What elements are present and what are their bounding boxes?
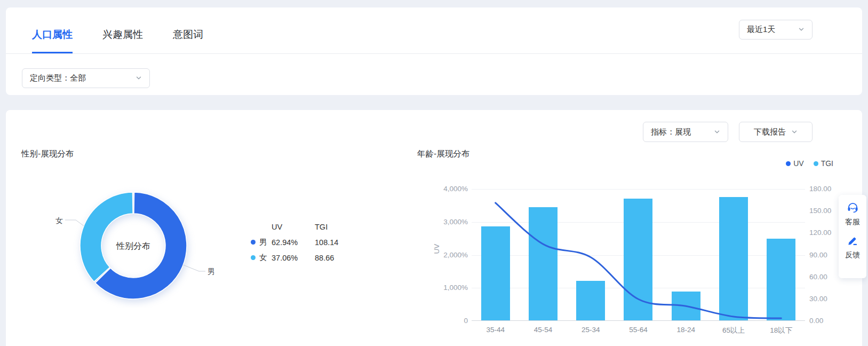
gender-table-row: 女37.06%88.66 bbox=[251, 250, 358, 265]
x-axis-label: 35-44 bbox=[473, 326, 518, 334]
donut-slice-女 bbox=[80, 192, 133, 282]
tabs-divider bbox=[6, 53, 862, 54]
gender-donut-chart: 男女性别分布 bbox=[38, 174, 230, 308]
gender-name-label: 男 bbox=[259, 237, 267, 247]
tab-1[interactable]: 人口属性 bbox=[32, 28, 73, 53]
chevron-down-icon bbox=[798, 25, 805, 34]
gender-name-label: 女 bbox=[259, 253, 267, 263]
gender-row-name: 男 bbox=[251, 237, 272, 247]
gender-row-name: 女 bbox=[251, 253, 272, 263]
download-report-label: 下载报告 bbox=[754, 127, 786, 137]
targeting-type-select[interactable]: 定向类型：全部 bbox=[22, 68, 150, 88]
age-legend-item-tgi[interactable]: TGI bbox=[814, 159, 833, 168]
legend-dot bbox=[814, 161, 818, 166]
report-card: 指标：展现 下载报告 性别-展现分布 男女性别分布 UVTGI男62.94%10… bbox=[6, 110, 862, 346]
gender-table-header: UVTGI bbox=[251, 219, 358, 234]
gender-legend-table: UVTGI男62.94%108.14女37.06%88.66 bbox=[251, 219, 358, 265]
tabs: 人口属性兴趣属性意图词 bbox=[32, 28, 233, 53]
date-range-value: 最近1天 bbox=[747, 25, 775, 35]
filter-card: 人口属性兴趣属性意图词 最近1天 定向类型：全部 bbox=[6, 7, 862, 95]
edit-icon bbox=[847, 235, 858, 249]
download-report-button[interactable]: 下载报告 bbox=[739, 122, 813, 142]
x-axis-label: 65以上 bbox=[711, 326, 756, 335]
x-axis-label: 55-64 bbox=[616, 326, 661, 334]
chevron-down-icon bbox=[136, 74, 142, 83]
age-legend-label: UV bbox=[793, 159, 803, 168]
gender-uv-value: 62.94% bbox=[272, 238, 315, 247]
right-axis-tick: 30.00 bbox=[809, 294, 847, 304]
float-item-反馈[interactable]: 反馈 bbox=[845, 235, 860, 260]
left-axis-tick: 4,000% bbox=[411, 184, 468, 194]
age-legend-item-uv[interactable]: UV bbox=[786, 159, 803, 168]
tab-3[interactable]: 意图词 bbox=[173, 28, 203, 53]
headset-icon bbox=[847, 201, 859, 216]
left-axis-tick: 1,000% bbox=[411, 283, 468, 293]
donut-slice-label: 男 bbox=[208, 267, 215, 276]
gender-chart-title: 性别-展现分布 bbox=[21, 148, 74, 160]
age-chart-title: 年龄-展现分布 bbox=[417, 148, 469, 160]
date-range-select[interactable]: 最近1天 bbox=[739, 20, 813, 40]
legend-dot bbox=[251, 240, 256, 245]
age-legend-label: TGI bbox=[821, 159, 833, 168]
uv-line-path bbox=[496, 203, 782, 318]
gender-tgi-value: 88.66 bbox=[315, 254, 358, 262]
gender-table-header-tgi: TGI bbox=[315, 223, 358, 231]
gender-table-row: 男62.94%108.14 bbox=[251, 234, 358, 250]
gender-uv-value: 37.06% bbox=[272, 254, 315, 262]
left-axis-tick: 0 bbox=[411, 316, 468, 326]
x-axis-line bbox=[472, 320, 805, 321]
donut-leader-line bbox=[183, 265, 205, 271]
donut-center-label: 性别分布 bbox=[116, 241, 150, 250]
targeting-type-value: 定向类型：全部 bbox=[30, 73, 86, 83]
legend-dot bbox=[251, 255, 256, 260]
x-axis-label: 25-34 bbox=[568, 326, 613, 334]
left-axis-tick: 2,000% bbox=[411, 250, 468, 260]
right-axis-tick: 0.00 bbox=[809, 316, 847, 326]
age-chart-legend: UVTGI bbox=[786, 159, 833, 168]
age-chart-plot bbox=[472, 189, 805, 321]
x-axis-label: 18以下 bbox=[759, 326, 803, 335]
metric-select[interactable]: 指标：展现 bbox=[643, 122, 728, 142]
right-axis-tick: 180.00 bbox=[809, 184, 847, 194]
legend-dot bbox=[786, 161, 791, 166]
gender-table-header-uv: UV bbox=[272, 223, 315, 231]
line-series bbox=[472, 189, 805, 321]
chevron-down-icon bbox=[714, 128, 720, 137]
donut-leader-line bbox=[65, 220, 84, 226]
donut-slice-label: 女 bbox=[55, 216, 63, 225]
gender-tgi-value: 108.14 bbox=[315, 238, 358, 247]
chevron-down-icon bbox=[791, 128, 798, 137]
metric-value: 指标：展现 bbox=[651, 127, 691, 137]
floating-toolbar: 客服反馈 bbox=[839, 195, 866, 278]
float-item-label: 客服 bbox=[845, 217, 860, 227]
float-item-label: 反馈 bbox=[845, 250, 860, 260]
tab-2[interactable]: 兴趣属性 bbox=[102, 28, 143, 53]
float-item-客服[interactable]: 客服 bbox=[845, 201, 860, 227]
x-axis-label: 18-24 bbox=[664, 326, 708, 334]
x-axis-label: 45-54 bbox=[521, 326, 566, 334]
left-axis-tick: 3,000% bbox=[411, 217, 468, 227]
